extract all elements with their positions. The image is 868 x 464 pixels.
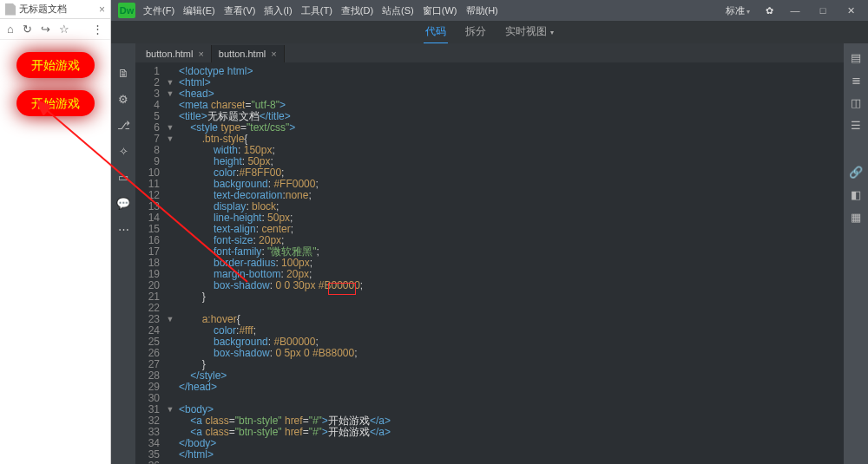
- view-代码[interactable]: 代码: [424, 21, 448, 44]
- refresh-icon[interactable]: ↻: [23, 23, 32, 36]
- line-gutter: 1234567891011121314151617181920212223242…: [135, 62, 165, 464]
- main-menu: 文件(F)编辑(E)查看(V)插入(I)工具(T)查找(D)站点(S)窗口(W)…: [139, 4, 503, 17]
- preview-nav-toolbar: ⌂ ↻ ↪ ☆ ⋮: [0, 19, 110, 40]
- branch-icon[interactable]: ⎇: [116, 118, 130, 132]
- file-tab-0[interactable]: button.html×: [139, 45, 212, 62]
- layers-icon[interactable]: ≣: [849, 73, 863, 87]
- preview-tabbar: 无标题文档 ×: [0, 0, 110, 19]
- menu-3[interactable]: 插入(I): [260, 4, 296, 17]
- preview-start-button-1[interactable]: 开始游戏: [16, 52, 95, 78]
- fold-column: ▼▼▼▼▼▼: [165, 62, 175, 464]
- close-icon[interactable]: ×: [271, 49, 276, 59]
- close-icon[interactable]: ×: [198, 49, 203, 59]
- link-icon[interactable]: 🔗: [849, 165, 863, 179]
- live-preview-pane: 无标题文档 × ⌂ ↻ ↪ ☆ ⋮ 开始游戏 开始游戏: [0, 0, 111, 464]
- view-switcher: 代码拆分实时视图 ▾: [111, 21, 868, 43]
- panel-icon[interactable]: ▤: [849, 50, 863, 64]
- menu-2[interactable]: 查看(V): [220, 4, 260, 17]
- file-tab-label: button.html: [146, 49, 193, 59]
- file-tab-label: button.html: [219, 49, 266, 59]
- dreamweaver-logo: Dw: [118, 3, 135, 18]
- titlebar: Dw 文件(F)编辑(E)查看(V)插入(I)工具(T)查找(D)站点(S)窗口…: [111, 0, 868, 21]
- layout-dropdown[interactable]: 标准▾: [721, 4, 754, 17]
- menu-7[interactable]: 窗口(W): [418, 4, 462, 17]
- maximize-button[interactable]: □: [812, 3, 833, 18]
- grid-icon[interactable]: ▦: [849, 210, 863, 224]
- file-tab-1[interactable]: button.html×: [212, 45, 285, 62]
- code-editor: button.html×button.html× 123456789101112…: [135, 43, 844, 464]
- sliders-icon[interactable]: ⚙: [116, 92, 130, 106]
- code-lines[interactable]: <!doctype html><html><head><meta charset…: [175, 62, 844, 464]
- left-toolstrip: 🗎⚙⎇✧▭💬⋯: [111, 43, 135, 464]
- assets-icon[interactable]: ◫: [849, 95, 863, 109]
- close-button[interactable]: ✕: [840, 3, 861, 18]
- close-icon[interactable]: ×: [99, 3, 105, 16]
- color-icon[interactable]: ◧: [849, 187, 863, 201]
- document-icon: [5, 3, 16, 16]
- wand-icon[interactable]: ✧: [116, 144, 130, 158]
- menu-6[interactable]: 站点(S): [378, 4, 418, 17]
- menu-5[interactable]: 查找(D): [337, 4, 378, 17]
- library-icon[interactable]: ☰: [849, 118, 863, 132]
- dreamweaver-window: Dw 文件(F)编辑(E)查看(V)插入(I)工具(T)查找(D)站点(S)窗口…: [111, 0, 868, 464]
- comment-icon[interactable]: 💬: [116, 196, 130, 210]
- window-icon[interactable]: ▭: [116, 170, 130, 184]
- menu-icon[interactable]: ⋮: [92, 23, 103, 36]
- menu-0[interactable]: 文件(F): [139, 4, 179, 17]
- preview-tab-title: 无标题文档: [19, 3, 95, 16]
- file-tabs: button.html×button.html×: [135, 43, 844, 62]
- preview-start-button-2[interactable]: 开始游戏: [16, 90, 95, 116]
- redo-icon[interactable]: ↪: [41, 23, 50, 36]
- menu-8[interactable]: 帮助(H): [462, 4, 503, 17]
- settings-icon[interactable]: ✿: [761, 5, 778, 16]
- view-拆分[interactable]: 拆分: [464, 21, 488, 44]
- star-icon[interactable]: ☆: [59, 23, 69, 36]
- view-实时视图[interactable]: 实时视图 ▾: [503, 21, 556, 44]
- file-icon[interactable]: 🗎: [116, 66, 130, 80]
- more-icon[interactable]: ⋯: [116, 222, 130, 236]
- menu-1[interactable]: 编辑(E): [179, 4, 220, 17]
- home-icon[interactable]: ⌂: [7, 23, 14, 36]
- minimize-button[interactable]: —: [785, 3, 806, 18]
- right-toolstrip: ▤≣◫☰🔗◧▦: [844, 43, 868, 464]
- menu-4[interactable]: 工具(T): [297, 4, 337, 17]
- code-area[interactable]: 1234567891011121314151617181920212223242…: [135, 62, 844, 464]
